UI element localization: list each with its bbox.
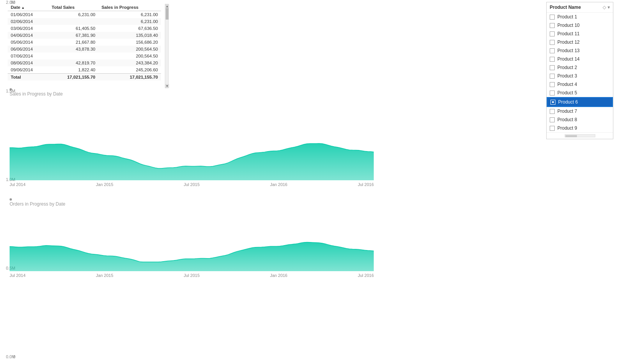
chart1-x-axis: Jul 2014Jan 2015Jul 2015Jan 2016Jul 2016	[10, 182, 374, 187]
table-row: 02/06/2014 6,231.00	[8, 18, 161, 25]
cell-sales-progress: 135,018.40	[99, 32, 161, 39]
filter-sort-icon[interactable]: ◇	[603, 5, 606, 10]
filter-header[interactable]: Product Name ◇ ▾	[547, 2, 613, 13]
filter-checkbox[interactable]	[550, 74, 555, 79]
cell-total-progress-sum: 17,021,155.70	[99, 74, 161, 81]
filter-item[interactable]: Product 4	[547, 80, 613, 89]
cell-total-sales-sum: 17,021,155.70	[49, 74, 99, 81]
table-row: 03/06/2014 61,405.50 67,636.50	[8, 25, 161, 32]
right-panel: Product Name ◇ ▾ Product 1 Product 10 Pr…	[544, 0, 621, 161]
filter-checkbox[interactable]	[550, 65, 555, 70]
filter-item[interactable]: Product 14	[547, 55, 613, 63]
filter-item[interactable]: Product 5	[547, 89, 613, 97]
filter-item-label: Product 7	[557, 109, 577, 114]
filter-item-label: Product 9	[557, 125, 577, 131]
filter-item[interactable]: Product 8	[547, 115, 613, 124]
cell-sales-progress: 6,231.00	[99, 11, 161, 18]
cell-sales-progress: 200,564.50	[99, 53, 161, 59]
filter-header-icons: ◇ ▾	[603, 5, 610, 10]
chart2-x-axis: Jul 2014Jan 2015Jul 2015Jan 2016Jul 2016	[10, 273, 374, 278]
filter-item-label: Product 14	[557, 56, 580, 62]
filter-checkbox[interactable]	[550, 82, 555, 87]
filter-item-label: Product 1	[557, 14, 577, 20]
filter-item-label: Product 12	[557, 40, 580, 45]
table-row: 08/06/2014 42,819.70 243,384.20	[8, 59, 161, 66]
filter-item-label: Product 4	[557, 82, 577, 87]
filter-checkbox[interactable]	[550, 40, 555, 45]
cell-total-sales	[49, 53, 99, 59]
scroll-arrow-up[interactable]: ▲	[165, 4, 169, 8]
chart2-y-axis: 50 0	[0, 0, 15, 359]
chart1-title: Sales in Progress by Date	[10, 91, 636, 97]
filter-item[interactable]: Product 7	[547, 107, 613, 115]
table-row: 01/06/2014 6,231.00 6,231.00	[8, 11, 161, 18]
filter-checkbox[interactable]	[550, 126, 555, 131]
filter-item[interactable]: Product 3	[547, 72, 613, 80]
chart2-title: Orders in Progress by Date	[10, 201, 636, 207]
chart2-section: Orders in Progress by Date 50 0 Jul 2014…	[8, 198, 636, 278]
cell-total-sales: 21,667.80	[49, 39, 99, 46]
filter-item[interactable]: Product 10	[547, 21, 613, 30]
filter-bottom-thumb[interactable]	[565, 135, 577, 137]
main-container: Date Total Sales Sales in Progress 01/06…	[0, 0, 644, 359]
filter-item-label: Product 10	[557, 23, 580, 28]
filter-checkbox[interactable]	[550, 48, 555, 53]
col-total-sales[interactable]: Total Sales	[49, 4, 99, 11]
filter-checkbox[interactable]	[550, 23, 555, 28]
filter-checkbox[interactable]	[550, 109, 555, 114]
cell-total-sales: 6,231.00	[49, 11, 99, 18]
filter-item[interactable]: Product 12	[547, 38, 613, 46]
table-scrollbar-v[interactable]: ▲ ▼	[165, 4, 169, 88]
filter-item-label: Product 2	[557, 65, 577, 70]
filter-bottom-scrollbar[interactable]	[565, 134, 595, 137]
table-total-row: Total 17,021,155.70 17,021,155.70	[8, 74, 161, 81]
filter-item-label: Product 3	[557, 73, 577, 79]
table-scroll-area: Date Total Sales Sales in Progress 01/06…	[8, 4, 169, 81]
svg-marker-0	[10, 143, 374, 180]
filter-dropdown-icon[interactable]: ▾	[608, 5, 610, 10]
filter-panel: Product Name ◇ ▾ Product 1 Product 10 Pr…	[546, 2, 613, 139]
filter-item-label: Product 11	[557, 31, 580, 36]
filter-item-label: Product 6	[558, 99, 578, 105]
filter-item[interactable]: Product 11	[547, 30, 613, 38]
cell-sales-progress: 200,564.50	[99, 46, 161, 53]
filter-checkbox[interactable]	[550, 117, 555, 122]
scroll-thumb[interactable]	[166, 8, 169, 20]
chart1-canvas-wrap: Jul 2014Jan 2015Jul 2015Jan 2016Jul 2016	[10, 100, 374, 187]
data-table: Date Total Sales Sales in Progress 01/06…	[8, 4, 161, 81]
table-row: 05/06/2014 21,667.80 156,686.20	[8, 39, 161, 46]
cell-sales-progress: 156,686.20	[99, 39, 161, 46]
filter-item-label: Product 13	[557, 48, 580, 53]
chart2-with-axes: 50 0 Jul 2014Jan 2015Jul 2015Jan 2016Jul…	[8, 210, 636, 278]
filter-checkbox[interactable]	[550, 91, 555, 96]
cell-total-sales: 42,819.70	[49, 59, 99, 66]
filter-item-label: Product 8	[557, 117, 577, 122]
filter-panel-wrap: Product Name ◇ ▾ Product 1 Product 10 Pr…	[546, 2, 619, 139]
scroll-arrow-down[interactable]: ▼	[165, 84, 169, 88]
filter-item[interactable]: ■ Product 6	[547, 97, 613, 107]
cell-sales-progress: 243,384.20	[99, 59, 161, 66]
filter-item[interactable]: Product 1	[547, 13, 613, 21]
table-row: 09/06/2014 1,822.40 245,206.60	[8, 66, 161, 74]
cell-total-sales: 1,822.40	[49, 66, 99, 74]
filter-header-title: Product Name	[550, 5, 581, 10]
filter-checkbox[interactable]	[550, 15, 555, 20]
filter-checkbox[interactable]: ■	[550, 100, 555, 105]
chart1-section: Sales in Progress by Date 2.0M1.5M1.0M0.…	[8, 88, 636, 187]
chart1-with-axes: 2.0M1.5M1.0M0.5M0.0M Jul 2014Jan 2015Jul…	[8, 100, 636, 187]
cell-sales-progress: 245,206.60	[99, 66, 161, 74]
cell-total-sales: 43,878.30	[49, 46, 99, 53]
filter-item[interactable]: Product 13	[547, 46, 613, 55]
filter-checkbox[interactable]	[550, 57, 555, 62]
filter-item-label: Product 5	[557, 90, 577, 96]
filter-item[interactable]: Product 9	[547, 124, 613, 132]
cell-total-sales: 67,381.90	[49, 32, 99, 39]
filter-items-container: Product 1 Product 10 Product 11 Product …	[547, 13, 613, 132]
cell-total-sales: 61,405.50	[49, 25, 99, 32]
chart1-svg	[10, 100, 374, 180]
table-row: 06/06/2014 43,878.30 200,564.50	[8, 46, 161, 53]
filter-item[interactable]: Product 2	[547, 63, 613, 72]
filter-checkbox[interactable]	[550, 31, 555, 36]
col-sales-progress[interactable]: Sales in Progress	[99, 4, 161, 11]
table-row: 04/06/2014 67,381.90 135,018.40	[8, 32, 161, 39]
